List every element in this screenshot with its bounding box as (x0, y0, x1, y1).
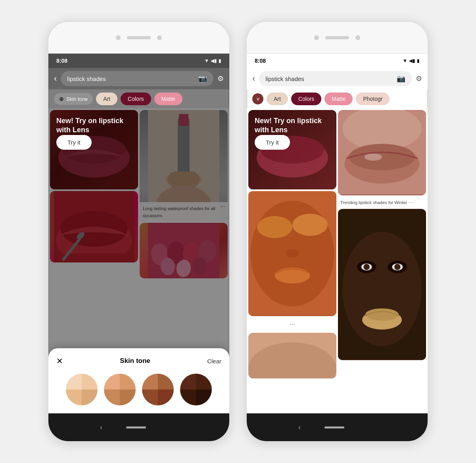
skin-tone-label: Skin tone (66, 96, 88, 102)
more-dots-right[interactable]: ··· (409, 199, 414, 205)
face-dark-card (338, 209, 426, 360)
chip-art-left[interactable]: Art (96, 93, 117, 105)
search-query-right: lipstick shades (265, 75, 393, 82)
skin-swatch-2[interactable] (104, 374, 136, 405)
svg-point-29 (275, 268, 310, 284)
back-button-left[interactable]: ‹ (54, 73, 57, 84)
masonry-grid-right: New! Try on lipstick with Lens Try it (247, 108, 428, 380)
chip-skin-tone-left[interactable]: ⊕ Skin tone (54, 93, 93, 105)
swatch-q3 (180, 390, 196, 405)
face-orange-svg (248, 191, 336, 316)
camera-dot-left-2 (157, 35, 162, 40)
swatch-q2 (82, 374, 98, 390)
dots-indicator: ··· (248, 318, 336, 331)
swatch-q4 (120, 390, 136, 405)
back-nav-left[interactable]: ‹ (100, 423, 102, 432)
svg-point-26 (257, 216, 292, 238)
back-nav-right[interactable]: ‹ (298, 423, 301, 432)
chip-photo-right[interactable]: Photogr (356, 93, 390, 105)
battery-icon-left: ▮ (219, 58, 221, 64)
swatch-q3 (66, 390, 82, 405)
status-bar-left: 8:08 ▼ ◀▮ ▮ (48, 54, 229, 68)
svg-point-43 (363, 264, 370, 270)
swatch-q4 (82, 390, 98, 405)
speaker-right (325, 36, 349, 39)
three-dots-left[interactable]: ··· (290, 321, 295, 328)
skin-swatch-1[interactable] (66, 374, 98, 405)
phone-right: 8:08 ▼ ◀▮ ▮ ‹ lipstick shades 📷 ⚙ (246, 21, 428, 442)
chip-art-right[interactable]: Art (267, 93, 288, 105)
svg-point-36 (365, 154, 382, 161)
camera-search-icon-right[interactable]: 📷 (397, 74, 405, 83)
time-right: 8:08 (255, 58, 266, 64)
skin-swatches (56, 374, 221, 405)
camera-dot-right-2 (355, 35, 360, 40)
camera-search-icon-left[interactable]: 📷 (198, 74, 207, 83)
panel-header: ✕ Skin tone Clear (56, 356, 221, 366)
phone-bottom-left: ‹ (48, 413, 229, 441)
phone-screen-right: 8:08 ▼ ◀▮ ▮ ‹ lipstick shades 📷 ⚙ (247, 54, 428, 413)
search-bar-left: ‹ lipstick shades 📷 ⚙ (48, 68, 229, 89)
search-wrapper-left[interactable]: lipstick shades 📷 (61, 71, 213, 86)
promo-card-right: New! Try on lipstick with Lens Try it (248, 110, 336, 189)
svg-point-28 (286, 249, 299, 258)
camera-dot-right-1 (314, 35, 319, 40)
battery-icon-right: ▮ (417, 58, 420, 64)
swatch-q3 (104, 390, 120, 405)
chips-row-left: ⊕ Skin tone Art Colors Matte (48, 89, 229, 108)
svg-point-27 (292, 214, 328, 236)
status-icons-left: ▼ ◀▮ ▮ (204, 58, 221, 64)
swatch-q2 (196, 374, 212, 390)
filter-icon-right[interactable]: ⚙ (416, 74, 422, 83)
search-query-left: lipstick shades (67, 75, 195, 82)
promo-content-left: New! Try on lipstick with Lens Try it (56, 116, 132, 150)
home-indicator-left[interactable] (126, 426, 146, 428)
skin-tone-panel: ✕ Skin tone Clear (48, 348, 229, 413)
phone-top-right (247, 22, 428, 54)
back-button-right[interactable]: ‹ (252, 73, 255, 84)
swatch-q3 (142, 390, 158, 405)
chip-color-dot[interactable]: ∨ (252, 93, 263, 104)
skin-swatch-3[interactable] (142, 374, 174, 405)
chip-colors-right[interactable]: Colors (291, 93, 321, 105)
lips-caption-text: Trending lipstick shades for Winter (340, 200, 407, 205)
promo-title-left: New! Try on lipstick with Lens (56, 116, 132, 135)
lips-close-caption-wrapper: Trending lipstick shades for Winter ··· (338, 197, 426, 207)
wifi-icon-right: ▼ (403, 58, 407, 64)
try-it-button-left[interactable]: Try it (56, 135, 92, 150)
filter-icon-left[interactable]: ⚙ (217, 74, 224, 83)
search-bar-right: ‹ lipstick shades 📷 ⚙ (247, 68, 428, 89)
swatch-q4 (158, 390, 174, 405)
swatch-q4 (196, 390, 212, 405)
signal-icon-right: ◀▮ (409, 58, 415, 64)
skin-tone-icon: ⊕ (59, 96, 64, 102)
swatch-q1 (66, 374, 82, 390)
try-it-button-right[interactable]: Try it (255, 135, 290, 150)
face-dark-svg (338, 209, 426, 360)
search-wrapper-right[interactable]: lipstick shades 📷 (259, 71, 412, 86)
panel-title: Skin tone (120, 357, 150, 365)
swatch-q1 (180, 374, 196, 390)
swatch-q2 (120, 374, 136, 390)
face-partial-card (248, 333, 336, 378)
panel-clear-button[interactable]: Clear (207, 358, 221, 365)
lips-close-svg (338, 110, 426, 195)
grid-col-right-1: New! Try on lipstick with Lens Try it (248, 110, 336, 378)
chips-row-right: ∨ Art Colors Matte Photogr (247, 89, 428, 108)
swatch-q1 (142, 374, 158, 390)
status-icons-right: ▼ ◀▮ ▮ (403, 58, 420, 64)
chip-colors-left[interactable]: Colors (121, 93, 151, 105)
grid-col-right-2: Trending lipstick shades for Winter ··· (338, 110, 426, 378)
chip-matte-left[interactable]: Matte (154, 93, 182, 105)
swatch-q2 (158, 374, 174, 390)
skin-swatch-4[interactable] (180, 374, 212, 405)
speaker-left (127, 36, 151, 39)
phone-left: 8:08 ▼ ◀▮ ▮ ‹ lipstick shades 📷 ⚙ (48, 21, 230, 442)
chip-matte-right[interactable]: Matte (324, 93, 353, 105)
content-area-right: New! Try on lipstick with Lens Try it (247, 108, 428, 413)
wifi-icon-left: ▼ (204, 58, 209, 64)
panel-close-button[interactable]: ✕ (56, 356, 63, 366)
lips-close-card (338, 110, 426, 195)
home-indicator-right[interactable] (324, 426, 344, 428)
time-left: 8:08 (56, 58, 67, 64)
